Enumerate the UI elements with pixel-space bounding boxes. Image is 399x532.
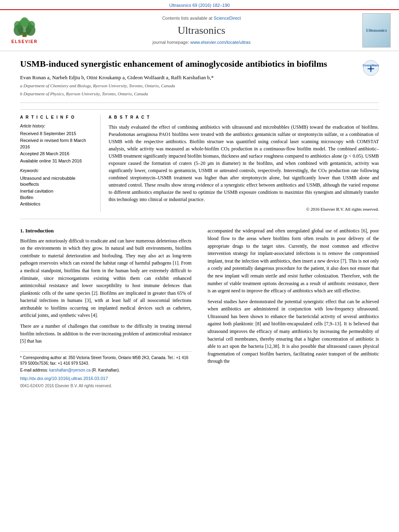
intro-para-1: Biofilms are notoriously difficult to er… (20, 237, 191, 320)
available-date: Available online 31 March 2016 (20, 158, 95, 164)
svg-point-11 (370, 68, 372, 70)
article-info-heading: A R T I C L E I N F O (20, 115, 95, 120)
issn-line: 0041-624X/© 2016 Elsevier B.V. All right… (20, 383, 191, 389)
intro-heading: 1. Introduction (20, 227, 191, 234)
elsevier-logo: ELSEVIER (6, 16, 43, 45)
affiliation-a: a Department of Chemistry and Biology, R… (20, 83, 327, 89)
journal-ref: Ultrasonics 69 (2016) 182–190 (0, 0, 399, 9)
copyright-line: © 2016 Elsevier B.V. All rights reserved… (109, 206, 379, 212)
intro-para-2: There are a number of challenges that co… (20, 322, 191, 345)
history-label: Article history: (20, 123, 95, 129)
crossmark-badge[interactable]: CrossMark (363, 60, 379, 76)
article-title: USMB-induced synergistic enhancement of … (20, 58, 327, 70)
main-body: 1. Introduction Biofilms are notoriously… (20, 226, 379, 389)
article-info-abstract-section: A R T I C L E I N F O Article history: R… (20, 109, 379, 212)
journal-homepage-link[interactable]: www.elsevier.com/locate/ultras (190, 40, 251, 45)
keyword-4: Antibiotics (20, 201, 95, 207)
section-divider (20, 219, 379, 219)
article-title-section: USMB-induced synergistic enhancement of … (20, 51, 379, 103)
journal-cover-image: Ultrasonics (360, 13, 393, 47)
footnote-corresponding: * Corresponding author at: 350 Victoria … (20, 355, 191, 366)
keyword-2: Inertial cavitation (20, 188, 95, 194)
elsevier-wordmark: ELSEVIER (11, 39, 37, 45)
abstract-text: This study evaluated the effect of combi… (109, 123, 379, 203)
received-date: Received 8 September 2015 (20, 131, 95, 137)
svg-point-5 (14, 21, 21, 29)
journal-header-center: Contents lists available at ScienceDirec… (47, 15, 356, 45)
body-right-column: accompanied the widespread and often unr… (204, 227, 379, 389)
footnote-section: * Corresponding author at: 350 Victoria … (20, 351, 191, 389)
journal-title: Ultrasonics (47, 23, 356, 38)
authors-line: Evan Ronan a, Narbeh Edjiu b, Otini Krou… (20, 74, 327, 81)
sciencedirect-text: Contents lists available at ScienceDirec… (47, 15, 356, 21)
abstract-heading: A B S T R A C T (109, 115, 379, 120)
svg-point-6 (28, 21, 35, 29)
footnote-email: E-mail address: karshafian@ryerson.ca (R… (20, 368, 191, 373)
keyword-3: Biofilm (20, 195, 95, 201)
affiliation-b: b Department of Physics, Ryerson Univers… (20, 91, 327, 97)
footnote-email-link[interactable]: karshafian@ryerson.ca (49, 368, 90, 372)
abstract-column: A B S T R A C T This study evaluated the… (109, 115, 379, 212)
accepted-date: Accepted 28 March 2016 (20, 151, 95, 157)
keywords-label: Keywords: (20, 168, 95, 174)
keyword-1: Ultrasound and microbubble bioeffects (20, 175, 95, 188)
right-para-2: Several studies have demonstrated the po… (208, 298, 379, 365)
doi-link[interactable]: http://dx.doi.org/10.1016/j.ultras.2016.… (20, 376, 191, 382)
right-para-1: accompanied the widespread and often unr… (208, 227, 379, 294)
journal-header: ELSEVIER Contents lists available at Sci… (0, 9, 399, 51)
article-info-column: A R T I C L E I N F O Article history: R… (20, 115, 101, 212)
revised-date: Received in revised form 8 March 2016 (20, 138, 95, 150)
body-left-column: 1. Introduction Biofilms are notoriously… (20, 227, 195, 389)
svg-point-4 (21, 17, 29, 27)
journal-homepage: journal homepage: www.elsevier.com/locat… (47, 39, 356, 45)
sciencedirect-link[interactable]: ScienceDirect (214, 16, 241, 21)
